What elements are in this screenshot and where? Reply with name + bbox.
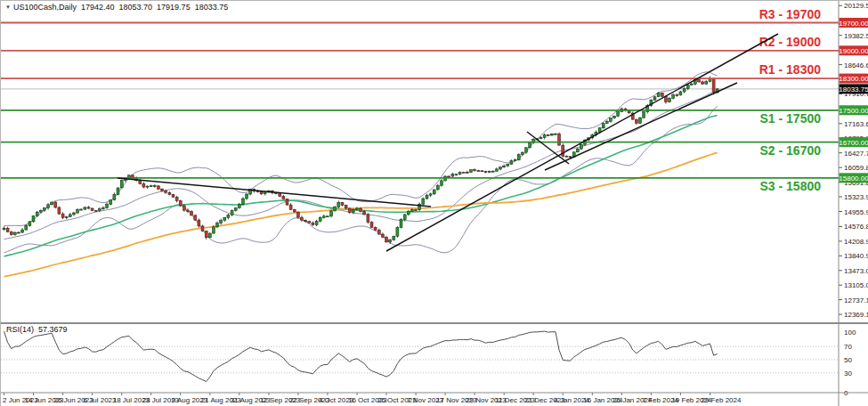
svg-text:19000.00: 19000.00: [839, 47, 868, 55]
bar-high-value: 18053.70: [119, 3, 153, 12]
rsi-indicator-label: RSI(14)57.3679: [6, 325, 68, 334]
axis-price-badge: 16700.00: [839, 137, 868, 147]
price-tick-label: 18646.60: [844, 61, 868, 69]
date-tick-label: 6 Jul 2023: [84, 396, 117, 404]
rsi-name: RSI(14): [6, 325, 34, 334]
price-tick-label: 15323.90: [844, 193, 868, 201]
svg-text:17500.00: 17500.00: [839, 107, 868, 115]
symbol-timeframe-label: US100Cash,Daily: [13, 3, 77, 12]
axis-price-badge: 19700.00: [839, 18, 868, 28]
level-label: R1 - 18300: [759, 62, 821, 77]
axis-price-badge: 19000.00: [839, 45, 868, 55]
level-label: S3 - 15800: [760, 179, 822, 193]
price-tick-label: 17163.65: [844, 120, 868, 128]
svg-text:18033.75: 18033.75: [839, 85, 868, 93]
price-tick-label: 13105.05: [844, 281, 868, 289]
rsi-value: 57.3679: [38, 325, 68, 334]
bar-open-value: 17942.40: [81, 3, 115, 12]
price-tick-label: 12369.15: [844, 311, 868, 319]
svg-text:15800.00: 15800.00: [839, 175, 868, 183]
svg-text:16700.00: 16700.00: [839, 139, 868, 147]
rsi-scale-label: 50: [844, 356, 852, 364]
price-tick-label: 16427.75: [844, 150, 868, 158]
price-chart-canvas[interactable]: 20129.5519382.5018646.6017910.7017163.65…: [1, 1, 868, 406]
bar-low-value: 17919.75: [157, 3, 191, 12]
bar-close-value: 18033.75: [195, 3, 229, 12]
price-tick-label: 14576.85: [844, 223, 868, 231]
price-tick-label: 13840.95: [844, 252, 868, 260]
chart-background: [1, 1, 868, 406]
svg-text:18300.00: 18300.00: [839, 75, 868, 83]
price-tick-label: 16059.80: [844, 164, 868, 172]
price-tick-label: 19382.50: [844, 32, 868, 40]
symbol-marker-icon: ▼: [5, 4, 11, 10]
level-label: S1 - 17500: [760, 111, 822, 126]
axis-price-badge: 18300.00: [839, 74, 868, 84]
svg-text:19700.00: 19700.00: [839, 20, 868, 28]
rsi-scale-label: 100: [844, 329, 856, 337]
axis-price-badge: 17500.00: [839, 105, 868, 115]
price-tick-label: 13473.00: [844, 267, 868, 275]
price-tick-label: 20129.55: [844, 2, 868, 10]
chart-window: 20129.5519382.5018646.6017910.7017163.65…: [0, 0, 868, 406]
price-tick-label: 12737.10: [844, 296, 868, 304]
level-label: R3 - 19700: [759, 7, 821, 21]
axis-price-badge: 15800.00: [839, 173, 868, 183]
price-tick-label: 14955.95: [844, 208, 868, 216]
rsi-scale-label: 70: [844, 343, 852, 351]
axis-price-badge: 18033.75: [839, 84, 868, 93]
price-tick-label: 14208.90: [844, 238, 868, 246]
date-tick-label: 29 Feb 2024: [702, 396, 742, 404]
level-label: R2 - 19000: [759, 35, 821, 49]
rsi-scale-label: 30: [844, 369, 852, 378]
chart-title: ▼US100Cash,Daily17942.4018053.7017919.75…: [5, 3, 228, 12]
level-label: S2 - 16700: [760, 143, 822, 158]
